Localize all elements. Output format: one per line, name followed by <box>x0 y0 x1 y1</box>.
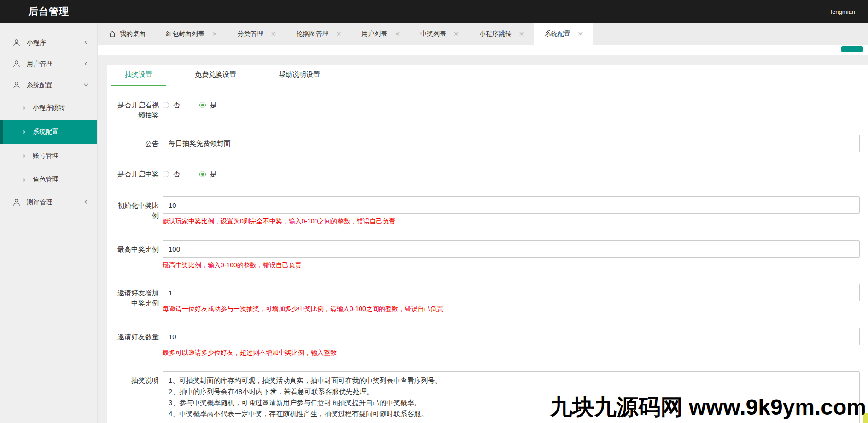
user-icon <box>12 38 21 47</box>
sidebar-item-label: 用户管理 <box>27 60 83 68</box>
close-icon[interactable]: ✕ <box>577 31 583 37</box>
form-row-max-win-rate: 最高中奖比例 最高中奖比例，输入0-100的整数，错误自己负责 <box>116 240 860 270</box>
close-icon[interactable]: ✕ <box>212 31 217 37</box>
sidebar-item-system-config-group[interactable]: 系统配置 <box>0 75 97 96</box>
home-icon <box>109 30 116 38</box>
field-hint: 最多可以邀请多少位好友，超过则不增加中奖比例，输入整数 <box>163 348 860 357</box>
radio-label: 否 <box>173 170 180 179</box>
sidebar-item-label: 账号管理 <box>33 152 58 160</box>
sidebar-item-user-management[interactable]: 用户管理 <box>0 53 97 75</box>
sidebar-item-miniprogram[interactable]: 小程序 <box>0 32 97 53</box>
tab-redpacket-cover-list[interactable]: 红包封面列表 ✕ <box>156 23 227 45</box>
corner-decoration <box>863 413 868 423</box>
tab-label: 帮助说明设置 <box>279 70 320 79</box>
tab-label: 抽奖设置 <box>125 70 152 79</box>
radio-label: 否 <box>173 101 180 110</box>
tab-label: 用户列表 <box>361 30 387 38</box>
sidebar: 小程序 用户管理 系统配置 小程序跳转 系统配置 <box>0 23 98 423</box>
tab-label: 系统配置 <box>544 30 570 38</box>
settings-card: 抽奖设置 免费兑换设置 帮助说明设置 是否开启看视频抽奖 否 <box>107 65 868 423</box>
lottery-description-textarea[interactable]: 1、可抽奖封面的库存均可观，抽奖活动真实，抽中封面可在我的中奖列表中查看序列号。… <box>163 371 860 423</box>
radio-circle-icon <box>163 102 169 108</box>
field-label: 最高中奖比例 <box>116 240 159 270</box>
tab-category-management[interactable]: 分类管理 ✕ <box>227 23 286 45</box>
field-label: 初始化中奖比例 <box>116 196 159 226</box>
toolbar-strip <box>98 45 868 55</box>
form-row-invite-friend-count: 邀请好友数量 最多可以邀请多少位好友，超过则不增加中奖比例，输入整数 <box>116 328 860 357</box>
invite-friend-rate-input[interactable] <box>163 284 860 301</box>
primary-action-button[interactable] <box>841 46 863 52</box>
chevron-left-icon <box>83 199 89 206</box>
arrow-right-icon <box>21 177 26 182</box>
max-win-rate-input[interactable] <box>163 240 860 258</box>
sidebar-item-system-config[interactable]: 系统配置 <box>0 120 97 144</box>
tab-free-exchange-settings[interactable]: 免费兑换设置 <box>181 65 250 86</box>
field-hint: 默认玩家中奖比例，设置为0则完全不中奖，输入0-100之间的整数，错误自己负责 <box>163 217 860 226</box>
field-label: 是否开启中奖 <box>116 169 159 179</box>
tab-help-description-settings[interactable]: 帮助说明设置 <box>265 65 333 86</box>
close-icon[interactable]: ✕ <box>395 31 400 37</box>
close-icon[interactable]: ✕ <box>271 31 276 37</box>
field-label: 邀请好友增加中奖比例 <box>116 284 159 313</box>
close-icon[interactable]: ✕ <box>454 31 459 37</box>
spacer <box>98 55 868 65</box>
field-hint: 每邀请一位好友成功参与一次抽奖，可增加多少中奖比例，请输入0-100之间的整数，… <box>163 304 860 313</box>
tab-lottery-settings[interactable]: 抽奖设置 <box>111 65 166 86</box>
close-icon[interactable]: ✕ <box>336 31 341 37</box>
radio-option-no[interactable]: 否 <box>163 170 180 179</box>
close-icon[interactable]: ✕ <box>519 31 524 37</box>
announcement-input[interactable] <box>163 135 860 152</box>
topbar: 后台管理 fengmian <box>0 0 868 23</box>
tab-label: 我的桌面 <box>120 30 146 38</box>
app-title: 后台管理 <box>29 5 69 18</box>
chevron-left-icon <box>83 60 89 68</box>
initial-win-rate-input[interactable] <box>163 196 860 214</box>
sidebar-item-role-management[interactable]: 角色管理 <box>0 168 97 192</box>
settings-tabs: 抽奖设置 免费兑换设置 帮助说明设置 <box>107 65 868 86</box>
tab-carousel-management[interactable]: 轮播图管理 ✕ <box>286 23 351 45</box>
radio-checked-icon <box>199 171 206 177</box>
field-label: 抽奖说明 <box>116 371 159 423</box>
sidebar-item-label: 小程序跳转 <box>33 104 65 112</box>
radio-option-yes[interactable]: 是 <box>199 101 217 110</box>
form-row-announcement: 公告 <box>116 135 860 152</box>
radio-label: 是 <box>210 170 217 179</box>
user-icon <box>12 198 21 207</box>
field-label: 邀请好友数量 <box>116 328 159 357</box>
invite-friend-count-input[interactable] <box>163 328 860 345</box>
tab-user-list[interactable]: 用户列表 ✕ <box>351 23 410 45</box>
user-icon <box>12 59 21 69</box>
sidebar-item-label: 小程序 <box>27 39 83 47</box>
sidebar-item-label: 角色管理 <box>33 176 58 184</box>
tab-label: 红包封面列表 <box>166 30 204 38</box>
radio-label: 是 <box>210 101 217 110</box>
user-icon <box>12 81 21 90</box>
field-label: 公告 <box>116 135 159 152</box>
radio-option-yes[interactable]: 是 <box>199 170 217 179</box>
username-label[interactable]: fengmian <box>831 8 855 15</box>
window-tabbar: 我的桌面 红包封面列表 ✕ 分类管理 ✕ 轮播图管理 ✕ 用户列表 ✕ 中奖列表… <box>98 23 868 45</box>
form-row-invite-friend-rate: 邀请好友增加中奖比例 每邀请一位好友成功参与一次抽奖，可增加多少中奖比例，请输入… <box>116 284 860 313</box>
sidebar-item-label: 系统配置 <box>33 128 58 136</box>
field-hint: 最高中奖比例，输入0-100的整数，错误自己负责 <box>163 260 860 270</box>
sidebar-item-miniprogram-jump[interactable]: 小程序跳转 <box>0 96 97 120</box>
tab-label: 小程序跳转 <box>479 30 512 38</box>
arrow-right-icon <box>21 129 26 135</box>
form-row-lottery-description: 抽奖说明 1、可抽奖封面的库存均可观，抽奖活动真实，抽中封面可在我的中奖列表中查… <box>116 371 860 423</box>
arrow-right-icon <box>21 153 26 159</box>
main-area: 我的桌面 红包封面列表 ✕ 分类管理 ✕ 轮播图管理 ✕ 用户列表 ✕ 中奖列表… <box>98 23 868 423</box>
tab-system-config[interactable]: 系统配置 ✕ <box>534 23 593 45</box>
tab-miniprogram-jump[interactable]: 小程序跳转 ✕ <box>469 23 535 45</box>
sidebar-item-evaluation-management[interactable]: 测评管理 <box>0 192 97 213</box>
field-label: 是否开启看视频抽奖 <box>116 100 159 120</box>
sidebar-item-account-management[interactable]: 账号管理 <box>0 144 97 168</box>
radio-circle-icon <box>163 171 169 177</box>
arrow-right-icon <box>21 106 26 111</box>
form-row-video-lottery: 是否开启看视频抽奖 否 是 <box>116 100 860 120</box>
tab-my-desktop[interactable]: 我的桌面 <box>99 23 156 45</box>
form-row-initial-win-rate: 初始化中奖比例 默认玩家中奖比例，设置为0则完全不中奖，输入0-100之间的整数… <box>116 196 860 226</box>
tab-label: 免费兑换设置 <box>195 70 236 79</box>
form-row-winning-enabled: 是否开启中奖 否 是 <box>116 169 860 179</box>
tab-winning-list[interactable]: 中奖列表 ✕ <box>410 23 469 45</box>
radio-option-no[interactable]: 否 <box>163 101 180 110</box>
